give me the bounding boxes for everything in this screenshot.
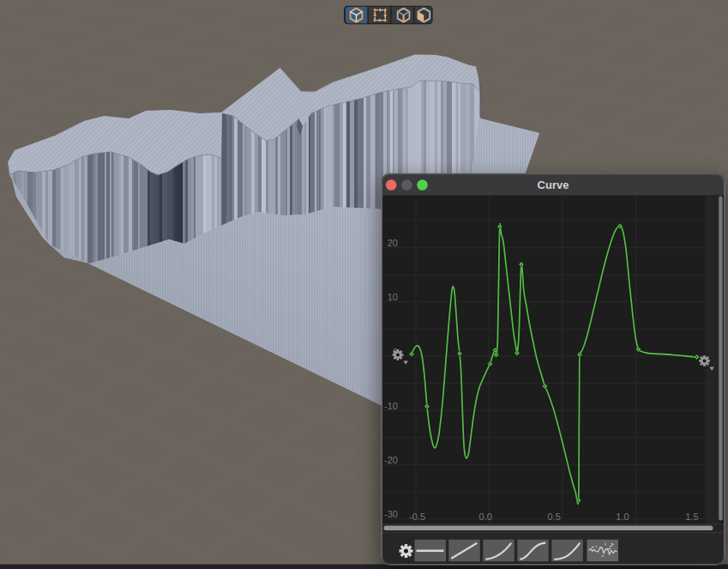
svg-text:10: 10 — [388, 292, 398, 302]
svg-text:1.5: 1.5 — [685, 511, 698, 522]
svg-text:-20: -20 — [384, 455, 398, 465]
svg-text:1.0: 1.0 — [616, 511, 629, 522]
svg-text:0.0: 0.0 — [479, 511, 492, 522]
svg-text:-0.5: -0.5 — [409, 511, 425, 522]
svg-text:-30: -30 — [384, 509, 398, 519]
svg-text:20: 20 — [388, 238, 398, 248]
svg-text:0.5: 0.5 — [548, 511, 561, 522]
svg-text:-10: -10 — [384, 401, 398, 411]
svg-text:Curve: Curve — [538, 179, 569, 191]
